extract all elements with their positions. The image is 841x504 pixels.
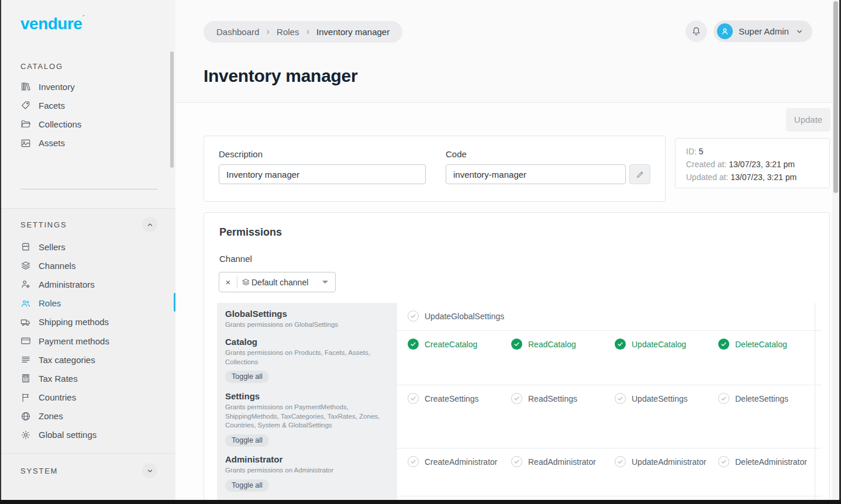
sidebar-item-tax-categories[interactable]: Tax categories [1,350,175,369]
page-title: Inventory manager [204,66,357,86]
assets-icon [20,138,31,149]
user-menu[interactable]: Super Admin [714,20,812,42]
sidebar-item-collections[interactable]: Collections [1,115,175,133]
permission-checkbox-createadministrator[interactable]: CreateAdministrator [408,456,511,467]
permission-checkbox-deletecatalog[interactable]: DeleteCatalog [718,339,822,350]
description-input[interactable] [219,164,426,184]
sidebar-item-facets[interactable]: Facets [1,96,175,115]
permission-items: CreateCatalogReadCatalogUpdateCatalogDel… [397,331,822,385]
section-label-catalog: CATALOG [20,62,63,71]
permission-label: CreateCatalog [425,340,477,349]
permission-group-row-catalog: CatalogGrants permissions on Products, F… [217,331,815,385]
breadcrumb-separator: › [306,26,309,37]
notifications-button[interactable] [685,20,707,42]
sidebar-item-label: Collections [39,119,81,129]
permission-label: UpdateAdministrator [632,457,706,467]
sidebar-item-label: Inventory [39,82,75,92]
unchecked-circle-icon [408,456,419,467]
permission-category-name: Settings [225,390,382,402]
permission-label: ReadAdministrator [528,457,596,467]
page-scrollbar-thumb[interactable] [833,1,838,193]
permission-label: DeleteSettings [735,394,788,403]
remove-channel-button[interactable]: × [219,277,237,287]
page-scrollbar-track[interactable] [832,0,839,500]
chevron-down-icon [146,467,154,475]
breadcrumb-item-dashboard[interactable]: Dashboard [216,27,259,37]
permission-checkbox-createcatalog[interactable]: CreateCatalog [408,339,511,350]
select-divider [237,276,237,288]
permission-items: CreateSettingsReadSettingsUpdateSettings… [397,385,822,448]
permission-group-row-administrator: AdministratorGrants permissions on Admin… [217,448,815,496]
permission-checkbox-updateadministrator[interactable]: UpdateAdministrator [615,456,718,467]
permission-label: DeleteAdministrator [735,457,807,467]
permission-checkbox-updatecatalog[interactable]: UpdateCatalog [615,339,718,350]
sidebar-item-label: Tax Rates [39,374,78,384]
collections-icon [20,119,31,129]
header-band [175,0,839,103]
system-collapse-button[interactable] [142,463,157,478]
description-label: Description [219,149,426,159]
channel-value: Default channel [251,278,308,287]
code-field-group: Code [446,149,650,184]
toggle-all-button[interactable]: Toggle all [225,479,269,492]
permission-checkbox-deletesettings[interactable]: DeleteSettings [718,393,822,404]
vendure-logo: vendure´ [20,14,84,33]
sidebar-section-settings: SETTINGS SellersChannelsAdministratorsRo… [1,208,175,453]
permission-label: CreateAdministrator [425,457,498,467]
toggle-all-button[interactable]: Toggle all [225,371,269,383]
permission-checkbox-readsettings[interactable]: ReadSettings [511,393,615,404]
settings-collapse-button[interactable] [142,217,157,232]
sidebar-item-label: Countries [39,392,76,402]
sidebar-item-countries[interactable]: Countries [1,388,175,407]
permission-checkbox-readcatalog[interactable]: ReadCatalog [511,339,615,350]
permission-checkbox-readadministrator[interactable]: ReadAdministrator [511,456,615,467]
sidebar-item-label: Facets [39,101,65,111]
sidebar-item-sellers[interactable]: Sellers [1,237,175,256]
shipping-icon [20,317,31,327]
sellers-icon [20,241,31,252]
sidebar-item-tax-rates[interactable]: Tax Rates [1,369,175,388]
unchecked-circle-icon [615,393,626,404]
id-label: ID: [686,147,697,156]
sidebar-item-zones[interactable]: Zones [1,407,175,426]
select-caret-icon [322,281,328,284]
sidebar-item-channels[interactable]: Channels [1,256,175,275]
toggle-all-button[interactable]: Toggle all [225,434,269,447]
sidebar-item-shipping-methods[interactable]: Shipping methods [1,313,175,332]
sidebar-item-payment-methods[interactable]: Payment methods [1,332,175,350]
logo-mark: ´ [82,14,84,23]
sidebar-item-administrators[interactable]: Administrators [1,275,175,294]
permission-checkbox-updatesettings[interactable]: UpdateSettings [615,393,718,404]
unchecked-circle-icon [408,310,419,322]
sidebar-item-label: Sellers [39,242,66,252]
sidebar-item-label: Zones [39,411,63,421]
update-button[interactable]: Update [787,108,830,130]
permission-category-name: Catalog [225,336,382,348]
permission-checkbox-createsettings[interactable]: CreateSettings [408,393,511,404]
sidebar-item-global-settings[interactable]: Global settings [1,426,175,444]
window-edge-left [0,0,1,504]
checked-circle-icon [718,339,729,350]
sidebar-item-inventory[interactable]: Inventory [1,77,175,96]
entity-info-panel: ID: 5 Created at: 13/07/23, 3:21 pm Upda… [675,138,830,188]
permission-category: CatalogGrants permissions on Products, F… [217,331,397,385]
countries-icon [20,392,31,403]
pencil-icon [635,170,645,179]
sidebar-item-roles[interactable]: Roles [1,294,175,313]
permission-label: UpdateSettings [632,394,688,403]
user-icon [720,26,730,36]
edit-code-button[interactable] [629,164,650,184]
sidebar-settings-items: SellersChannelsAdministratorsRolesShippi… [1,237,175,444]
permission-label: UpdateGlobalSettings [425,312,504,321]
channel-select[interactable]: × Default channel [219,272,336,292]
breadcrumb-item-roles[interactable]: Roles [277,27,299,37]
code-input[interactable] [446,164,626,184]
permission-checkbox-updateglobalsettings[interactable]: UpdateGlobalSettings [408,310,511,322]
permission-checkbox-deleteadministrator[interactable]: DeleteAdministrator [718,456,822,467]
sidebar-scrollbar-thumb[interactable] [170,51,174,168]
unchecked-circle-icon [511,393,522,404]
breadcrumb-separator: › [266,26,270,37]
sidebar-item-label: Assets [39,138,65,148]
permission-category-description: Grants permissions on GlobalSettings [225,320,382,330]
sidebar-item-assets[interactable]: Assets [1,134,175,153]
